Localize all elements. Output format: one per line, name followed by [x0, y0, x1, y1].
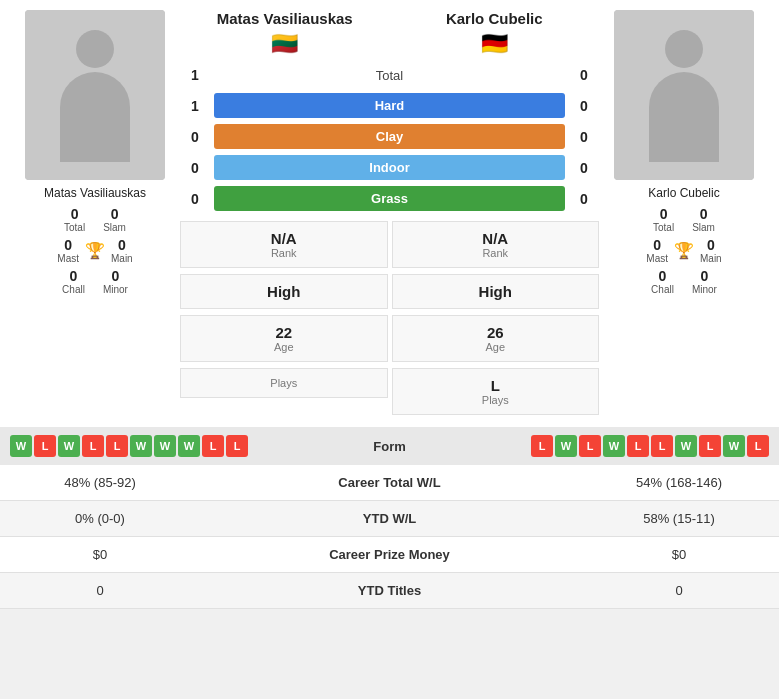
clay-row: 0 Clay 0: [180, 122, 599, 151]
player1-main: 0 Main: [111, 237, 133, 264]
ytd-titles-p1: 0: [0, 573, 200, 609]
hard-badge: Hard: [214, 93, 565, 118]
indoor-row: 0 Indoor 0: [180, 153, 599, 182]
player1-name: Matas Vasiliauskas: [44, 186, 146, 200]
career-prize-label: Career Prize Money: [200, 537, 579, 573]
names-row: Matas Vasiliauskas 🇱🇹 Karlo Cubelic 🇩🇪: [180, 10, 599, 57]
stats-table: 48% (85-92) Career Total W/L 54% (168-14…: [0, 465, 779, 609]
form-badge: W: [154, 435, 176, 457]
total-p2: 0: [569, 67, 599, 83]
form-badge: L: [226, 435, 248, 457]
player1-photo: [25, 10, 165, 180]
ytd-titles-row: 0 YTD Titles 0: [0, 573, 779, 609]
indoor-p2: 0: [569, 160, 599, 176]
hard-p1: 1: [180, 98, 210, 114]
player2-chall: 0 Chall: [651, 268, 674, 295]
ytd-wl-p1: 0% (0-0): [0, 501, 200, 537]
p2-age-box: 26 Age: [392, 315, 600, 362]
player2-form-badges: LWLWLLWLWL: [440, 435, 770, 457]
form-badge: L: [82, 435, 104, 457]
career-prize-p2: $0: [579, 537, 779, 573]
player2-title-name: Karlo Cubelic: [390, 10, 600, 27]
career-prize-row: $0 Career Prize Money $0: [0, 537, 779, 573]
grass-p1: 0: [180, 191, 210, 207]
player1-minor: 0 Minor: [103, 268, 128, 295]
player2-flag: 🇩🇪: [390, 31, 600, 57]
player2-photo: [614, 10, 754, 180]
career-total-p2: 54% (168-146): [579, 465, 779, 501]
form-badge: W: [675, 435, 697, 457]
form-badge: W: [130, 435, 152, 457]
form-badge: L: [202, 435, 224, 457]
career-total-p1: 48% (85-92): [0, 465, 200, 501]
player1-stats-row1: 0 Total 0 Slam: [64, 206, 126, 233]
clay-badge: Clay: [214, 124, 565, 149]
player1-trophy-icon: 🏆: [85, 241, 105, 260]
form-badge: L: [747, 435, 769, 457]
player1-total: 0 Total: [64, 206, 85, 233]
indoor-badge: Indoor: [214, 155, 565, 180]
player2-stats-row2: 0 Mast 🏆 0 Main: [646, 237, 721, 264]
total-row: 1 Total 0: [180, 65, 599, 85]
player2-trophy-icon: 🏆: [674, 241, 694, 260]
ytd-wl-p2: 58% (15-11): [579, 501, 779, 537]
player1-mast: 0 Mast: [57, 237, 79, 264]
player2-minor: 0 Minor: [692, 268, 717, 295]
form-badge: L: [106, 435, 128, 457]
form-badge: W: [10, 435, 32, 457]
player1-stats-row2: 0 Mast 🏆 0 Main: [57, 237, 132, 264]
ytd-titles-label: YTD Titles: [200, 573, 579, 609]
form-badge: W: [723, 435, 745, 457]
player1-form-badges: WLWLLWWWLL: [10, 435, 340, 457]
grass-p2: 0: [569, 191, 599, 207]
player2-total: 0 Total: [653, 206, 674, 233]
player1-title-name: Matas Vasiliauskas: [180, 10, 390, 27]
total-label: Total: [210, 68, 569, 83]
hard-row: 1 Hard 0: [180, 91, 599, 120]
player2-mast: 0 Mast: [646, 237, 668, 264]
ytd-wl-row: 0% (0-0) YTD W/L 58% (15-11): [0, 501, 779, 537]
player1-flag: 🇱🇹: [180, 31, 390, 57]
form-label: Form: [340, 439, 440, 454]
player1-slam: 0 Slam: [103, 206, 126, 233]
career-total-row: 48% (85-92) Career Total W/L 54% (168-14…: [0, 465, 779, 501]
p1-info-boxes: N/A Rank High 22 Age Plays: [180, 219, 388, 417]
p1-age-box: 22 Age: [180, 315, 388, 362]
clay-p1: 0: [180, 129, 210, 145]
form-badge: W: [58, 435, 80, 457]
player1-title-block: Matas Vasiliauskas 🇱🇹: [180, 10, 390, 57]
p2-rank-box: N/A Rank: [392, 221, 600, 268]
player1-card: Matas Vasiliauskas 0 Total 0 Slam 0 Mast…: [10, 10, 180, 417]
ytd-titles-p2: 0: [579, 573, 779, 609]
hard-p2: 0: [569, 98, 599, 114]
main-container: Matas Vasiliauskas 0 Total 0 Slam 0 Mast…: [0, 0, 779, 609]
top-section: Matas Vasiliauskas 0 Total 0 Slam 0 Mast…: [0, 0, 779, 427]
player2-card: Karlo Cubelic 0 Total 0 Slam 0 Mast 🏆: [599, 10, 769, 417]
p1-rank-box: N/A Rank: [180, 221, 388, 268]
grass-row: 0 Grass 0: [180, 184, 599, 213]
form-badge: L: [627, 435, 649, 457]
player1-chall: 0 Chall: [62, 268, 85, 295]
indoor-p1: 0: [180, 160, 210, 176]
form-badge: W: [603, 435, 625, 457]
p2-high-box: High: [392, 274, 600, 309]
total-p1: 1: [180, 67, 210, 83]
player2-stats-row1: 0 Total 0 Slam: [653, 206, 715, 233]
p2-plays-box: L Plays: [392, 368, 600, 415]
career-total-label: Career Total W/L: [200, 465, 579, 501]
form-badge: L: [34, 435, 56, 457]
player2-title-block: Karlo Cubelic 🇩🇪: [390, 10, 600, 57]
center-col: Matas Vasiliauskas 🇱🇹 Karlo Cubelic 🇩🇪 1…: [180, 10, 599, 417]
info-boxes-row: N/A Rank High 22 Age Plays: [180, 219, 599, 417]
player2-stats-row3: 0 Chall 0 Minor: [651, 268, 717, 295]
form-badge: L: [531, 435, 553, 457]
player2-slam: 0 Slam: [692, 206, 715, 233]
p1-plays-box: Plays: [180, 368, 388, 398]
p2-info-boxes: N/A Rank High 26 Age L Plays: [392, 219, 600, 417]
career-prize-p1: $0: [0, 537, 200, 573]
grass-badge: Grass: [214, 186, 565, 211]
form-section: WLWLLWWWLL Form LWLWLLWLWL: [0, 427, 779, 465]
ytd-wl-label: YTD W/L: [200, 501, 579, 537]
form-badge: L: [579, 435, 601, 457]
player2-name: Karlo Cubelic: [648, 186, 719, 200]
